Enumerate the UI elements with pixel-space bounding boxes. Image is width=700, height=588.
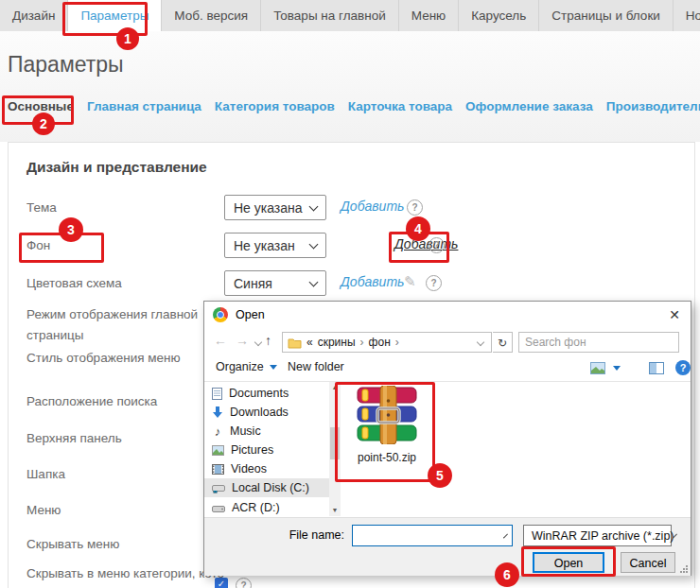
back-arrow-icon[interactable]: ← bbox=[214, 333, 227, 348]
up-arrow-icon[interactable]: ↑ bbox=[265, 333, 271, 348]
new-folder-button[interactable]: New folder bbox=[288, 360, 344, 373]
background-help-icon[interactable]: ? bbox=[429, 237, 445, 253]
sidebar-item-label: Music bbox=[230, 424, 261, 438]
subtab-product-card[interactable]: Карточка товара bbox=[348, 99, 452, 113]
background-add-link[interactable]: Добавить bbox=[394, 236, 458, 251]
form-row-color-scheme: Цветовая схема Синяя Добавить ✎ ? bbox=[0, 270, 700, 297]
breadcrumb-separator: › bbox=[395, 336, 399, 349]
setting-label-header: Шапка bbox=[26, 464, 65, 485]
edit-pencil-icon[interactable]: ✎ bbox=[404, 273, 416, 290]
file-type-value: WinRAR ZIP archive (*.zip) bbox=[524, 529, 674, 543]
dialog-title: Open bbox=[236, 302, 265, 328]
tab-products-on-main[interactable]: Товары на главной bbox=[261, 0, 399, 31]
annotation-badge-5: 5 bbox=[428, 463, 452, 488]
view-mode-chevron-icon[interactable] bbox=[613, 366, 621, 371]
annotation-badge-2: 2 bbox=[32, 112, 55, 135]
sidebar-item-label: Videos bbox=[231, 462, 267, 476]
cancel-button[interactable]: Cancel bbox=[621, 552, 675, 573]
tab-menu[interactable]: Меню bbox=[399, 0, 460, 31]
search-input[interactable] bbox=[519, 335, 674, 350]
subtab-product-category[interactable]: Категория товаров bbox=[215, 99, 335, 113]
tab-design[interactable]: Дизайн bbox=[0, 0, 68, 31]
color-scheme-help-icon[interactable]: ? bbox=[426, 275, 442, 291]
main-tabbar: Дизайн Параметры Моб. версия Товары на г… bbox=[0, 0, 700, 31]
breadcrumb-collapse[interactable]: « bbox=[306, 336, 313, 349]
chevron-down-icon bbox=[270, 365, 277, 370]
background-select[interactable]: Не указан bbox=[224, 233, 326, 258]
hide-menu-help-icon[interactable]: ? bbox=[236, 578, 252, 588]
page-background-band bbox=[0, 31, 700, 142]
view-mode-icon[interactable] bbox=[590, 362, 605, 374]
open-button[interactable]: Open bbox=[533, 552, 604, 573]
tab-news[interactable]: Новости bbox=[674, 0, 700, 31]
breadcrumb-segment-fon[interactable]: фон bbox=[369, 336, 391, 349]
scroll-down-icon[interactable]: ▼ bbox=[329, 505, 341, 516]
setting-label-hide-menu: Скрывать меню bbox=[26, 534, 119, 555]
tab-parameters[interactable]: Параметры bbox=[68, 0, 162, 31]
dialog-titlebar[interactable]: Open ✕ bbox=[204, 302, 691, 328]
theme-label: Тема bbox=[26, 195, 57, 221]
tab-pages-and-blocks[interactable]: Страницы и блоки bbox=[539, 0, 674, 31]
background-label: Фон bbox=[26, 233, 50, 259]
sidebar-item-pictures[interactable]: Pictures bbox=[204, 441, 329, 459]
subtab-manufacturers[interactable]: Производители bbox=[606, 99, 700, 113]
hide-menu-checkbox[interactable]: ✓ bbox=[215, 578, 228, 588]
breadcrumb-segment-skriny[interactable]: скрины bbox=[318, 336, 356, 349]
subtab-checkout[interactable]: Оформление заказа bbox=[465, 99, 593, 113]
theme-add-link[interactable]: Добавить bbox=[341, 199, 404, 214]
dialog-footer: File name: WinRAR ZIP archive (*.zip) Op… bbox=[204, 517, 691, 576]
breadcrumb[interactable]: « скрины › фон › bbox=[282, 332, 492, 353]
setting-label-menu: Меню bbox=[26, 500, 61, 521]
file-item-point-50-zip[interactable]: point-50.zip bbox=[340, 386, 434, 464]
music-note-icon: ♪ bbox=[212, 424, 223, 439]
subtab-main[interactable]: Основные bbox=[8, 99, 74, 113]
winrar-archive-icon bbox=[356, 386, 418, 444]
tab-carousel[interactable]: Карусель bbox=[459, 0, 539, 31]
chevron-down-icon bbox=[309, 277, 319, 286]
file-name-input[interactable] bbox=[353, 528, 505, 544]
sidebar-item-label: Pictures bbox=[231, 443, 273, 457]
sidebar-item-label: Documents bbox=[229, 387, 289, 400]
dialog-toolbar: Organize New folder ? bbox=[204, 356, 691, 381]
form-row-background: Фон Не указан Добавить ? bbox=[0, 233, 700, 259]
page-title: Параметры bbox=[8, 52, 124, 78]
forward-arrow-icon[interactable]: → bbox=[236, 333, 249, 348]
setting-label-main-page-mode: Режим отображения главной страницы bbox=[26, 304, 216, 346]
file-type-select[interactable]: WinRAR ZIP archive (*.zip) bbox=[523, 525, 672, 546]
subtab-home-page[interactable]: Главная страница bbox=[87, 99, 201, 113]
refresh-icon[interactable]: ↻ bbox=[493, 332, 513, 353]
tab-mobile-version[interactable]: Моб. версия bbox=[162, 0, 261, 31]
resize-grip[interactable] bbox=[679, 564, 688, 573]
sidebar-item-downloads[interactable]: Downloads bbox=[204, 403, 329, 422]
scrollbar-thumb[interactable] bbox=[330, 427, 340, 459]
preview-pane-icon[interactable] bbox=[649, 362, 664, 374]
organize-menu[interactable]: Organize bbox=[216, 360, 277, 373]
annotation-badge-3: 3 bbox=[59, 217, 83, 242]
sidebar-item-local-disk-c[interactable]: Local Disk (C:) bbox=[204, 478, 329, 497]
color-scheme-add-link[interactable]: Добавить bbox=[341, 274, 404, 289]
annotation-badge-6: 6 bbox=[495, 562, 519, 587]
theme-help-icon[interactable]: ? bbox=[407, 199, 423, 216]
sidebar-item-documents[interactable]: Documents bbox=[204, 384, 329, 403]
subtabs: Основные Главная страница Категория това… bbox=[8, 99, 700, 113]
dialog-content: Documents Downloads ♪ Music Pictures Vid… bbox=[204, 381, 691, 517]
annotation-badge-1: 1 bbox=[116, 27, 139, 50]
close-icon[interactable]: ✕ bbox=[658, 302, 691, 328]
history-chevron-icon[interactable] bbox=[254, 338, 262, 346]
chevron-down-icon bbox=[309, 239, 319, 249]
theme-select[interactable]: Не указана bbox=[224, 195, 326, 220]
background-select-value: Не указан bbox=[225, 238, 310, 253]
color-scheme-select-value: Синяя bbox=[225, 276, 310, 291]
file-name-combobox bbox=[352, 525, 513, 546]
breadcrumb-separator: › bbox=[360, 336, 364, 349]
sidebar-item-videos[interactable]: Videos bbox=[204, 459, 329, 478]
setting-label-top-panel: Верхняя панель bbox=[26, 428, 122, 449]
help-icon[interactable]: ? bbox=[675, 360, 691, 375]
disk-icon bbox=[212, 503, 225, 513]
sidebar-item-music[interactable]: ♪ Music bbox=[204, 422, 329, 441]
download-icon bbox=[212, 406, 223, 419]
sidebar-item-acr-d[interactable]: ACR (D:) bbox=[204, 498, 329, 517]
color-scheme-select[interactable]: Синяя bbox=[224, 270, 326, 296]
breadcrumb-chevron-icon[interactable] bbox=[477, 338, 484, 346]
section-title: Дизайн и представление bbox=[26, 159, 207, 176]
